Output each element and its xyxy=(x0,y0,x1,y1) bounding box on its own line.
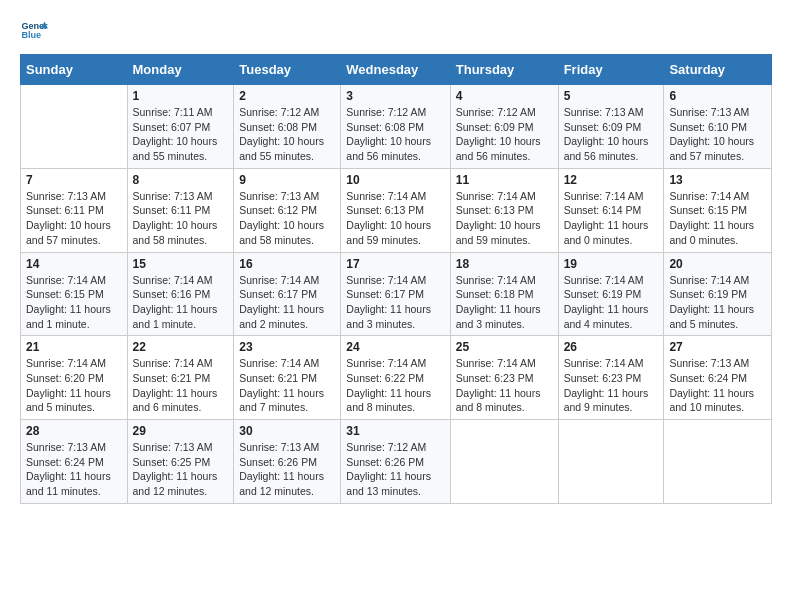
calendar-week-2: 7Sunrise: 7:13 AM Sunset: 6:11 PM Daylig… xyxy=(21,168,772,252)
day-number: 6 xyxy=(669,89,766,103)
day-number: 18 xyxy=(456,257,553,271)
calendar-cell: 20Sunrise: 7:14 AM Sunset: 6:19 PM Dayli… xyxy=(664,252,772,336)
calendar-week-3: 14Sunrise: 7:14 AM Sunset: 6:15 PM Dayli… xyxy=(21,252,772,336)
day-number: 22 xyxy=(133,340,229,354)
calendar-cell: 22Sunrise: 7:14 AM Sunset: 6:21 PM Dayli… xyxy=(127,336,234,420)
calendar-table: SundayMondayTuesdayWednesdayThursdayFrid… xyxy=(20,54,772,504)
day-info: Sunrise: 7:14 AM Sunset: 6:20 PM Dayligh… xyxy=(26,356,122,415)
day-info: Sunrise: 7:14 AM Sunset: 6:19 PM Dayligh… xyxy=(669,273,766,332)
calendar-week-4: 21Sunrise: 7:14 AM Sunset: 6:20 PM Dayli… xyxy=(21,336,772,420)
calendar-cell xyxy=(558,420,664,504)
day-info: Sunrise: 7:14 AM Sunset: 6:15 PM Dayligh… xyxy=(26,273,122,332)
day-number: 1 xyxy=(133,89,229,103)
day-number: 3 xyxy=(346,89,444,103)
day-info: Sunrise: 7:14 AM Sunset: 6:15 PM Dayligh… xyxy=(669,189,766,248)
day-number: 17 xyxy=(346,257,444,271)
calendar-cell: 18Sunrise: 7:14 AM Sunset: 6:18 PM Dayli… xyxy=(450,252,558,336)
day-number: 12 xyxy=(564,173,659,187)
column-header-friday: Friday xyxy=(558,55,664,85)
column-header-thursday: Thursday xyxy=(450,55,558,85)
day-number: 25 xyxy=(456,340,553,354)
day-number: 30 xyxy=(239,424,335,438)
calendar-cell: 28Sunrise: 7:13 AM Sunset: 6:24 PM Dayli… xyxy=(21,420,128,504)
calendar-cell: 23Sunrise: 7:14 AM Sunset: 6:21 PM Dayli… xyxy=(234,336,341,420)
calendar-cell: 30Sunrise: 7:13 AM Sunset: 6:26 PM Dayli… xyxy=(234,420,341,504)
day-info: Sunrise: 7:13 AM Sunset: 6:26 PM Dayligh… xyxy=(239,440,335,499)
calendar-cell xyxy=(450,420,558,504)
day-info: Sunrise: 7:14 AM Sunset: 6:23 PM Dayligh… xyxy=(456,356,553,415)
day-info: Sunrise: 7:14 AM Sunset: 6:13 PM Dayligh… xyxy=(456,189,553,248)
calendar-cell: 10Sunrise: 7:14 AM Sunset: 6:13 PM Dayli… xyxy=(341,168,450,252)
calendar-cell: 19Sunrise: 7:14 AM Sunset: 6:19 PM Dayli… xyxy=(558,252,664,336)
svg-text:Blue: Blue xyxy=(21,30,41,40)
day-number: 16 xyxy=(239,257,335,271)
day-info: Sunrise: 7:13 AM Sunset: 6:10 PM Dayligh… xyxy=(669,105,766,164)
day-info: Sunrise: 7:13 AM Sunset: 6:24 PM Dayligh… xyxy=(26,440,122,499)
day-info: Sunrise: 7:14 AM Sunset: 6:13 PM Dayligh… xyxy=(346,189,444,248)
calendar-cell: 2Sunrise: 7:12 AM Sunset: 6:08 PM Daylig… xyxy=(234,85,341,169)
day-number: 4 xyxy=(456,89,553,103)
day-number: 23 xyxy=(239,340,335,354)
day-number: 21 xyxy=(26,340,122,354)
column-header-monday: Monday xyxy=(127,55,234,85)
calendar-cell: 29Sunrise: 7:13 AM Sunset: 6:25 PM Dayli… xyxy=(127,420,234,504)
calendar-cell: 14Sunrise: 7:14 AM Sunset: 6:15 PM Dayli… xyxy=(21,252,128,336)
calendar-cell xyxy=(664,420,772,504)
day-info: Sunrise: 7:13 AM Sunset: 6:11 PM Dayligh… xyxy=(133,189,229,248)
calendar-cell: 16Sunrise: 7:14 AM Sunset: 6:17 PM Dayli… xyxy=(234,252,341,336)
logo: General Blue xyxy=(20,16,52,44)
day-number: 10 xyxy=(346,173,444,187)
calendar-cell: 12Sunrise: 7:14 AM Sunset: 6:14 PM Dayli… xyxy=(558,168,664,252)
calendar-cell: 4Sunrise: 7:12 AM Sunset: 6:09 PM Daylig… xyxy=(450,85,558,169)
day-number: 7 xyxy=(26,173,122,187)
calendar-cell: 9Sunrise: 7:13 AM Sunset: 6:12 PM Daylig… xyxy=(234,168,341,252)
day-info: Sunrise: 7:11 AM Sunset: 6:07 PM Dayligh… xyxy=(133,105,229,164)
day-info: Sunrise: 7:14 AM Sunset: 6:21 PM Dayligh… xyxy=(239,356,335,415)
calendar-cell: 15Sunrise: 7:14 AM Sunset: 6:16 PM Dayli… xyxy=(127,252,234,336)
day-info: Sunrise: 7:12 AM Sunset: 6:08 PM Dayligh… xyxy=(346,105,444,164)
calendar-cell: 26Sunrise: 7:14 AM Sunset: 6:23 PM Dayli… xyxy=(558,336,664,420)
day-number: 26 xyxy=(564,340,659,354)
day-number: 28 xyxy=(26,424,122,438)
calendar-cell: 6Sunrise: 7:13 AM Sunset: 6:10 PM Daylig… xyxy=(664,85,772,169)
day-info: Sunrise: 7:14 AM Sunset: 6:18 PM Dayligh… xyxy=(456,273,553,332)
calendar-cell: 21Sunrise: 7:14 AM Sunset: 6:20 PM Dayli… xyxy=(21,336,128,420)
day-info: Sunrise: 7:14 AM Sunset: 6:21 PM Dayligh… xyxy=(133,356,229,415)
day-number: 29 xyxy=(133,424,229,438)
day-info: Sunrise: 7:14 AM Sunset: 6:22 PM Dayligh… xyxy=(346,356,444,415)
calendar-cell xyxy=(21,85,128,169)
day-info: Sunrise: 7:12 AM Sunset: 6:26 PM Dayligh… xyxy=(346,440,444,499)
calendar-cell: 17Sunrise: 7:14 AM Sunset: 6:17 PM Dayli… xyxy=(341,252,450,336)
column-header-saturday: Saturday xyxy=(664,55,772,85)
day-number: 11 xyxy=(456,173,553,187)
day-info: Sunrise: 7:14 AM Sunset: 6:16 PM Dayligh… xyxy=(133,273,229,332)
day-info: Sunrise: 7:12 AM Sunset: 6:09 PM Dayligh… xyxy=(456,105,553,164)
day-number: 13 xyxy=(669,173,766,187)
day-number: 2 xyxy=(239,89,335,103)
calendar-cell: 27Sunrise: 7:13 AM Sunset: 6:24 PM Dayli… xyxy=(664,336,772,420)
day-number: 19 xyxy=(564,257,659,271)
day-info: Sunrise: 7:13 AM Sunset: 6:11 PM Dayligh… xyxy=(26,189,122,248)
logo-icon: General Blue xyxy=(20,16,48,44)
column-header-wednesday: Wednesday xyxy=(341,55,450,85)
column-header-sunday: Sunday xyxy=(21,55,128,85)
day-info: Sunrise: 7:14 AM Sunset: 6:14 PM Dayligh… xyxy=(564,189,659,248)
calendar-cell: 13Sunrise: 7:14 AM Sunset: 6:15 PM Dayli… xyxy=(664,168,772,252)
day-number: 31 xyxy=(346,424,444,438)
page-header: General Blue xyxy=(20,16,772,44)
day-number: 20 xyxy=(669,257,766,271)
day-info: Sunrise: 7:12 AM Sunset: 6:08 PM Dayligh… xyxy=(239,105,335,164)
calendar-cell: 1Sunrise: 7:11 AM Sunset: 6:07 PM Daylig… xyxy=(127,85,234,169)
calendar-cell: 25Sunrise: 7:14 AM Sunset: 6:23 PM Dayli… xyxy=(450,336,558,420)
calendar-cell: 31Sunrise: 7:12 AM Sunset: 6:26 PM Dayli… xyxy=(341,420,450,504)
day-number: 15 xyxy=(133,257,229,271)
calendar-cell: 8Sunrise: 7:13 AM Sunset: 6:11 PM Daylig… xyxy=(127,168,234,252)
day-number: 27 xyxy=(669,340,766,354)
day-info: Sunrise: 7:14 AM Sunset: 6:19 PM Dayligh… xyxy=(564,273,659,332)
calendar-cell: 5Sunrise: 7:13 AM Sunset: 6:09 PM Daylig… xyxy=(558,85,664,169)
day-number: 9 xyxy=(239,173,335,187)
day-info: Sunrise: 7:14 AM Sunset: 6:17 PM Dayligh… xyxy=(346,273,444,332)
column-header-tuesday: Tuesday xyxy=(234,55,341,85)
day-info: Sunrise: 7:13 AM Sunset: 6:25 PM Dayligh… xyxy=(133,440,229,499)
day-number: 5 xyxy=(564,89,659,103)
